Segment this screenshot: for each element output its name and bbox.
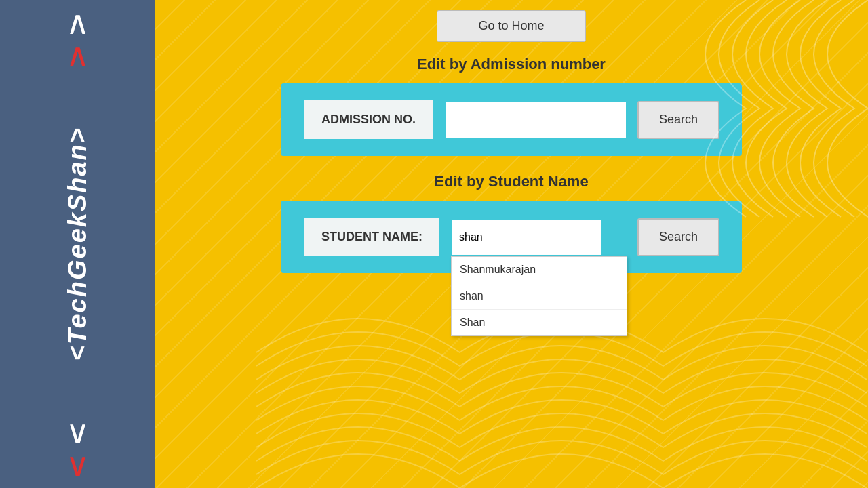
sidebar-brand-title: <TechGeekShan> (63, 127, 92, 361)
sidebar-bottom: ∨ ∨ (66, 416, 90, 481)
go-home-button[interactable]: Go to Home (437, 10, 585, 42)
student-search-button[interactable]: Search (637, 218, 719, 256)
autocomplete-item-0[interactable]: Shanmukarajan (452, 257, 627, 283)
chevron-up-red-icon: ∧ (66, 39, 90, 72)
chevron-down-red-icon: ∨ (66, 449, 90, 481)
autocomplete-item-2[interactable]: Shan (452, 310, 627, 336)
admission-input[interactable] (444, 101, 627, 139)
student-autocomplete-wrapper: Shanmukarajan shan Shan (451, 218, 627, 256)
autocomplete-item-1[interactable]: shan (452, 283, 627, 310)
admission-search-button[interactable]: Search (637, 101, 719, 139)
sidebar: ∧ ∧ <TechGeekShan> ∨ ∨ (0, 0, 155, 488)
chevron-up-white-icon: ∧ (66, 7, 90, 39)
admission-label: ADMISSION NO. (303, 99, 434, 140)
chevron-down-white-icon: ∨ (66, 416, 90, 449)
sidebar-top: ∧ ∧ (66, 7, 90, 72)
student-label: STUDENT NAME: (303, 216, 441, 258)
admission-section-title: Edit by Admission number (417, 56, 606, 73)
student-panel: STUDENT NAME: Shanmukarajan shan Shan Se… (281, 201, 742, 273)
autocomplete-dropdown: Shanmukarajan shan Shan (451, 256, 627, 336)
main-content: Go to Home Edit by Admission number ADMI… (155, 0, 868, 488)
admission-panel: ADMISSION NO. Search (281, 83, 742, 156)
student-section-title: Edit by Student Name (434, 173, 588, 190)
student-name-input[interactable] (451, 218, 603, 256)
